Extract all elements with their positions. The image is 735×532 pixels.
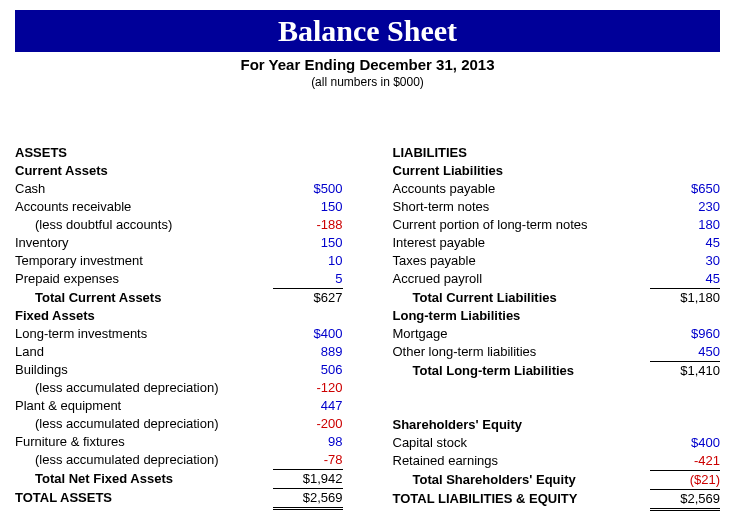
document-title: Balance Sheet: [15, 10, 720, 52]
line-prepaid-expenses: Prepaid expenses 5: [15, 270, 343, 288]
land-label: Land: [15, 343, 273, 361]
line-total-liabilities-equity: TOTAL LIABILITIES & EQUITY $2,569: [393, 489, 721, 511]
cap-value: $400: [650, 434, 720, 452]
total-assets-label: TOTAL ASSETS: [15, 489, 273, 507]
line-taxes-payable: Taxes payable 30: [393, 252, 721, 270]
ret-value: -421: [650, 452, 720, 470]
line-accounts-payable: Accounts payable $650: [393, 180, 721, 198]
line-total-fixed-assets: Total Net Fixed Assets $1,942: [15, 469, 343, 488]
current-liabilities-heading: Current Liabilities: [393, 162, 721, 180]
liabilities-column: LIABILITIES Current Liabilities Accounts…: [393, 144, 721, 511]
document-subtitle: For Year Ending December 31, 2013: [15, 56, 720, 73]
assets-column: ASSETS Current Assets Cash $500 Accounts…: [15, 144, 343, 511]
line-mortgage: Mortgage $960: [393, 325, 721, 343]
ap-label: Accounts payable: [393, 180, 651, 198]
liabilities-heading: LIABILITIES: [393, 144, 721, 162]
plant-dep-label: (less accumulated depreciation): [15, 415, 273, 433]
total-equity-value: ($21): [650, 470, 720, 489]
furn-dep-label: (less accumulated depreciation): [15, 451, 273, 469]
line-buildings-dep: (less accumulated depreciation) -120: [15, 379, 343, 397]
prepaid-label: Prepaid expenses: [15, 270, 273, 288]
fixed-assets-heading: Fixed Assets: [15, 307, 343, 325]
line-retained-earnings: Retained earnings -421: [393, 452, 721, 470]
ar-label: Accounts receivable: [15, 198, 273, 216]
line-inventory: Inventory 150: [15, 234, 343, 252]
inventory-label: Inventory: [15, 234, 273, 252]
accp-label: Accrued payroll: [393, 270, 651, 288]
buildings-value: 506: [273, 361, 343, 379]
cash-label: Cash: [15, 180, 273, 198]
ret-label: Retained earnings: [393, 452, 651, 470]
bldg-dep-label: (less accumulated depreciation): [15, 379, 273, 397]
stn-value: 230: [650, 198, 720, 216]
mort-value: $960: [650, 325, 720, 343]
total-current-liabilities-value: $1,180: [650, 288, 720, 307]
bldg-dep-value: -120: [273, 379, 343, 397]
stn-label: Short-term notes: [393, 198, 651, 216]
doubtful-label: (less doubtful accounts): [15, 216, 273, 234]
total-fixed-assets-value: $1,942: [273, 469, 343, 488]
taxp-label: Taxes payable: [393, 252, 651, 270]
line-accrued-payroll: Accrued payroll 45: [393, 270, 721, 288]
total-assets-value: $2,569: [273, 488, 343, 510]
ar-value: 150: [273, 198, 343, 216]
cap-label: Capital stock: [393, 434, 651, 452]
line-total-current-assets: Total Current Assets $627: [15, 288, 343, 307]
ltinv-label: Long-term investments: [15, 325, 273, 343]
line-furniture-dep: (less accumulated depreciation) -78: [15, 451, 343, 469]
line-land: Land 889: [15, 343, 343, 361]
otherlt-label: Other long-term liabilities: [393, 343, 651, 361]
furn-value: 98: [273, 433, 343, 451]
document-note: (all numbers in $000): [15, 75, 720, 89]
line-total-lt-liabilities: Total Long-term Liabilities $1,410: [393, 361, 721, 380]
assets-heading: ASSETS: [15, 144, 343, 162]
ltinv-value: $400: [273, 325, 343, 343]
plant-label: Plant & equipment: [15, 397, 273, 415]
line-short-term-notes: Short-term notes 230: [393, 198, 721, 216]
total-fixed-assets-label: Total Net Fixed Assets: [15, 470, 273, 488]
line-temp-investment: Temporary investment 10: [15, 252, 343, 270]
inventory-value: 150: [273, 234, 343, 252]
cplt-label: Current portion of long-term notes: [393, 216, 651, 234]
tempinv-value: 10: [273, 252, 343, 270]
ap-value: $650: [650, 180, 720, 198]
line-accounts-receivable: Accounts receivable 150: [15, 198, 343, 216]
line-total-equity: Total Shareholders' Equity ($21): [393, 470, 721, 489]
total-current-assets-label: Total Current Assets: [15, 289, 273, 307]
mort-label: Mortgage: [393, 325, 651, 343]
doubtful-value: -188: [273, 216, 343, 234]
line-other-lt-liabilities: Other long-term liabilities 450: [393, 343, 721, 361]
line-cplt-notes: Current portion of long-term notes 180: [393, 216, 721, 234]
line-total-current-liabilities: Total Current Liabilities $1,180: [393, 288, 721, 307]
current-assets-heading: Current Assets: [15, 162, 343, 180]
line-doubtful-accounts: (less doubtful accounts) -188: [15, 216, 343, 234]
land-value: 889: [273, 343, 343, 361]
line-lt-investments: Long-term investments $400: [15, 325, 343, 343]
accp-value: 45: [650, 270, 720, 288]
intp-label: Interest payable: [393, 234, 651, 252]
otherlt-value: 450: [650, 343, 720, 361]
line-total-assets: TOTAL ASSETS $2,569: [15, 488, 343, 510]
line-cash: Cash $500: [15, 180, 343, 198]
plant-value: 447: [273, 397, 343, 415]
intp-value: 45: [650, 234, 720, 252]
total-lt-liabilities-value: $1,410: [650, 361, 720, 380]
buildings-label: Buildings: [15, 361, 273, 379]
cplt-value: 180: [650, 216, 720, 234]
plant-dep-value: -200: [273, 415, 343, 433]
total-liabilities-equity-label: TOTAL LIABILITIES & EQUITY: [393, 490, 651, 508]
prepaid-value: 5: [273, 270, 343, 288]
total-liabilities-equity-value: $2,569: [650, 489, 720, 511]
balance-sheet-body: ASSETS Current Assets Cash $500 Accounts…: [15, 144, 720, 511]
tempinv-label: Temporary investment: [15, 252, 273, 270]
cash-value: $500: [273, 180, 343, 198]
total-current-assets-value: $627: [273, 288, 343, 307]
line-interest-payable: Interest payable 45: [393, 234, 721, 252]
total-current-liabilities-label: Total Current Liabilities: [393, 289, 651, 307]
furn-dep-value: -78: [273, 451, 343, 469]
line-capital-stock: Capital stock $400: [393, 434, 721, 452]
taxp-value: 30: [650, 252, 720, 270]
line-plant-dep: (less accumulated depreciation) -200: [15, 415, 343, 433]
line-furniture: Furniture & fixtures 98: [15, 433, 343, 451]
furn-label: Furniture & fixtures: [15, 433, 273, 451]
